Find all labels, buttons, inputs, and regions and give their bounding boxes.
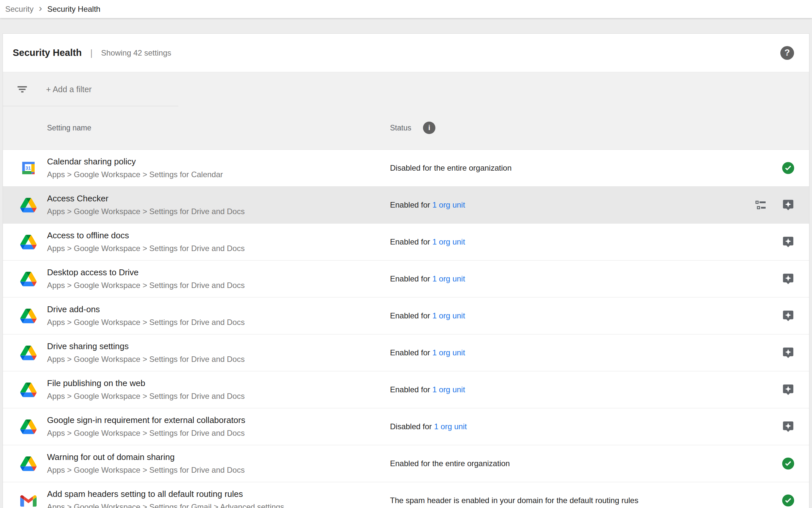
drive-icon (20, 197, 37, 213)
org-unit-link[interactable]: 1 org unit (432, 200, 465, 209)
status-text: Enabled for (390, 237, 430, 246)
setting-path: Apps > Google Workspace > Settings for C… (47, 170, 223, 179)
help-icon[interactable]: ? (780, 46, 794, 60)
status-text: Enabled for (390, 385, 430, 394)
setting-path: Apps > Google Workspace > Settings for D… (47, 466, 245, 475)
calendar-icon: 31 (20, 160, 37, 176)
svg-text:31: 31 (26, 165, 31, 171)
setting-name: Drive add-ons (47, 304, 245, 314)
status-text: Enabled for (390, 348, 430, 357)
recommendation-icon[interactable] (782, 199, 795, 212)
setting-name: Access Checker (47, 194, 245, 204)
recommendation-icon[interactable] (782, 420, 795, 433)
info-icon[interactable]: i (423, 122, 435, 134)
status-text: Enabled for (390, 274, 430, 283)
settings-count: Showing 42 settings (101, 48, 171, 57)
setting-path: Apps > Google Workspace > Settings for G… (47, 502, 284, 508)
setting-name: Warning for out of domain sharing (47, 452, 245, 462)
status-text: Enabled for (390, 200, 430, 209)
setting-name: Calendar sharing policy (47, 157, 223, 167)
org-units-icon (755, 199, 767, 211)
setting-path: Apps > Google Workspace > Settings for D… (47, 392, 245, 401)
org-unit-link[interactable]: 1 org unit (432, 348, 465, 357)
setting-name: Access to offline docs (47, 230, 245, 241)
setting-path: Apps > Google Workspace > Settings for D… (47, 318, 245, 327)
drive-icon (20, 381, 37, 398)
status-text: Disabled for (390, 422, 432, 431)
org-unit-link[interactable]: 1 org unit (432, 311, 465, 320)
org-unit-link[interactable]: 1 org unit (432, 237, 465, 246)
drive-icon (20, 418, 37, 435)
table-row[interactable]: Google sign-in requirement for external … (3, 408, 809, 445)
org-unit-link[interactable]: 1 org unit (432, 385, 465, 394)
table-row[interactable]: Drive add-ons Apps > Google Workspace > … (3, 297, 809, 334)
filter-icon (16, 83, 29, 95)
setting-name: Drive sharing settings (47, 341, 245, 351)
status-text: Enabled for the entire organization (390, 459, 510, 468)
setting-path: Apps > Google Workspace > Settings for D… (47, 281, 245, 290)
table-row[interactable]: File publishing on the web Apps > Google… (3, 371, 809, 408)
recommendation-icon[interactable] (782, 236, 795, 248)
table-row[interactable]: 31 Calendar sharing policy Apps > Google… (3, 150, 809, 186)
check-circle-icon (782, 162, 795, 175)
table-controls: + Add a filter Setting name Status i (3, 72, 809, 150)
breadcrumb-parent[interactable]: Security (5, 5, 34, 14)
setting-name: Add spam headers setting to all default … (47, 489, 284, 499)
recommendation-icon[interactable] (782, 272, 795, 285)
column-status: Status (390, 124, 411, 132)
chevron-right-icon: › (39, 3, 42, 13)
status-text: Disabled for the entire organization (390, 163, 512, 172)
table-row[interactable]: Access Checker Apps > Google Workspace >… (3, 186, 809, 223)
table-header-row: Setting name Status i (3, 106, 809, 150)
table-row[interactable]: Warning for out of domain sharing Apps >… (3, 445, 809, 482)
org-unit-link[interactable]: 1 org unit (434, 422, 467, 431)
table-row[interactable]: Desktop access to Drive Apps > Google Wo… (3, 260, 809, 297)
setting-path: Apps > Google Workspace > Settings for D… (47, 355, 245, 364)
drive-icon (20, 307, 37, 324)
settings-table-body: 31 Calendar sharing policy Apps > Google… (3, 150, 809, 508)
setting-path: Apps > Google Workspace > Settings for D… (47, 244, 245, 253)
security-health-card: Security Health | Showing 42 settings ? … (3, 33, 809, 508)
drive-icon (20, 455, 37, 472)
setting-name: Google sign-in requirement for external … (47, 415, 245, 425)
setting-path: Apps > Google Workspace > Settings for D… (47, 429, 245, 438)
title-separator: | (90, 48, 92, 58)
page-title: Security Health (13, 47, 82, 58)
breadcrumb: Security › Security Health (0, 0, 812, 18)
gmail-icon (20, 492, 37, 508)
setting-path: Apps > Google Workspace > Settings for D… (47, 207, 245, 216)
recommendation-icon[interactable] (782, 309, 795, 322)
table-row[interactable]: Add spam headers setting to all default … (3, 482, 809, 508)
add-filter-button[interactable]: + Add a filter (46, 85, 92, 94)
breadcrumb-current: Security Health (47, 5, 101, 14)
check-circle-icon (782, 457, 795, 470)
filter-bar: + Add a filter (3, 72, 809, 106)
org-unit-link[interactable]: 1 org unit (432, 274, 465, 283)
recommendation-icon[interactable] (782, 383, 795, 396)
check-circle-icon (782, 494, 795, 507)
drive-icon (20, 234, 37, 250)
status-text: Enabled for (390, 311, 430, 320)
column-setting-name: Setting name (47, 124, 91, 132)
setting-name: Desktop access to Drive (47, 267, 245, 278)
recommendation-icon[interactable] (782, 346, 795, 359)
table-row[interactable]: Access to offline docs Apps > Google Wor… (3, 223, 809, 260)
table-row[interactable]: Drive sharing settings Apps > Google Wor… (3, 334, 809, 371)
page-header: Security Health | Showing 42 settings ? (3, 34, 809, 72)
status-text: The spam header is enabled in your domai… (390, 496, 638, 505)
drive-icon (20, 344, 37, 361)
setting-name: File publishing on the web (47, 378, 245, 388)
drive-icon (20, 270, 37, 287)
